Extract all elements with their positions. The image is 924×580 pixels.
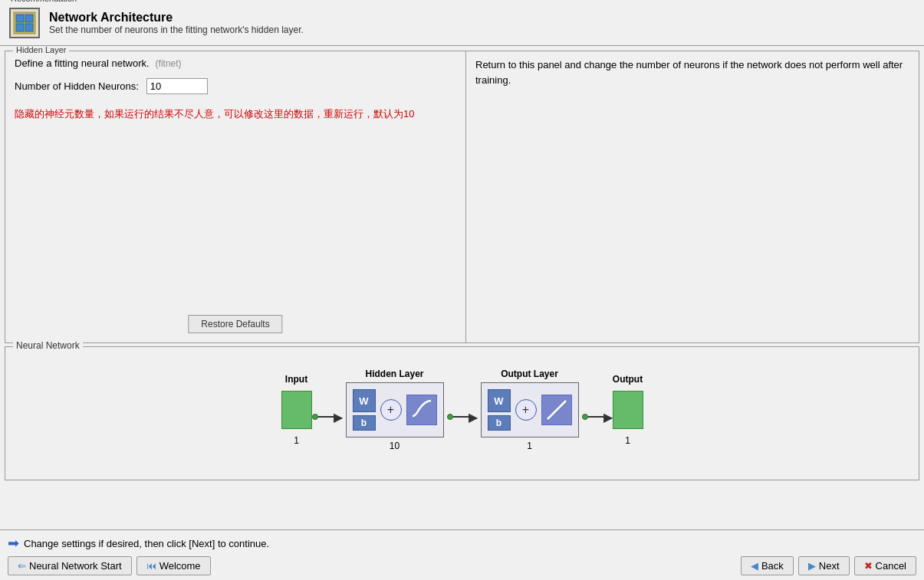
back-label: Back — [761, 560, 784, 572]
header: Network Architecture Set the number of n… — [0, 0, 924, 46]
welcome-icon: ⏮ — [146, 560, 156, 572]
hidden-plus: + — [380, 399, 402, 421]
output-layer-group: Output Layer W b + 1 — [478, 369, 582, 451]
input-group: Input 1 — [281, 374, 312, 446]
button-row: ⇐ Neural Network Start ⏮ Welcome ◀ Back … — [8, 556, 916, 575]
back-button[interactable]: ◀ Back — [741, 556, 794, 575]
neural-network-section: Neural Network Input 1 ▶ Hidden Layer — [5, 346, 919, 480]
svg-rect-4 — [25, 24, 33, 31]
line-3 — [588, 416, 603, 418]
neural-network-start-button[interactable]: ⇐ Neural Network Start — [8, 556, 132, 575]
hint-text: Change settings if desired, then click [… — [24, 538, 269, 549]
output-num: 1 — [625, 435, 630, 446]
arrow-3: ▶ — [603, 410, 613, 424]
output-group: Output 1 — [613, 374, 643, 446]
welcome-button[interactable]: ⏮ Welcome — [136, 556, 211, 575]
output-plus: + — [515, 399, 537, 421]
arrow-2: ▶ — [469, 410, 478, 424]
page-subtitle: Set the number of neurons in the fitting… — [49, 25, 304, 35]
nn-diagram: Input 1 ▶ Hidden Layer W b — [15, 353, 909, 459]
input-block — [281, 391, 312, 429]
chinese-note: 隐藏的神经元数量，如果运行的结果不尽人意，可以修改这里的数据，重新运行，默认为1… — [15, 106, 456, 122]
neural-network-title: Neural Network — [13, 340, 83, 351]
hint-row: ➡ Change settings if desired, then click… — [8, 535, 916, 552]
cancel-icon: ✖ — [864, 560, 873, 572]
output-layer-box: W b + — [481, 382, 579, 437]
define-label: Define a fitting neural network. — [15, 57, 150, 69]
top-panels: Hidden Layer Define a fitting neural net… — [5, 51, 919, 343]
output-wb-stack: W b — [488, 389, 511, 431]
input-num: 1 — [294, 435, 299, 446]
svg-rect-1 — [16, 15, 24, 22]
dot-2 — [447, 414, 453, 420]
svg-rect-2 — [25, 15, 33, 22]
svg-rect-3 — [16, 24, 24, 31]
hidden-num: 10 — [390, 441, 400, 451]
welcome-label: Welcome — [159, 560, 201, 572]
output-label: Output — [613, 374, 643, 385]
define-tag: (fitnet) — [156, 58, 182, 69]
output-layer-label: Output Layer — [501, 369, 558, 379]
connector-3: ▶ — [582, 410, 613, 424]
hidden-sigmoid — [406, 395, 437, 425]
hidden-w-block: W — [353, 389, 376, 412]
page-title: Network Architecture — [49, 11, 304, 25]
main-content: Hidden Layer Define a fitting neural net… — [0, 46, 924, 529]
input-label: Input — [285, 374, 307, 385]
bottom-bar: ➡ Change settings if desired, then click… — [0, 529, 924, 580]
header-text: Network Architecture Set the number of n… — [49, 11, 304, 35]
line-1 — [318, 416, 334, 418]
hidden-wb-stack: W b — [353, 389, 376, 431]
output-linear — [541, 395, 572, 425]
next-button[interactable]: ▶ Next — [798, 556, 850, 575]
output-w-block: W — [488, 389, 511, 412]
hidden-layer-group: Hidden Layer W b + 10 — [343, 369, 447, 451]
back-icon: ◀ — [751, 560, 758, 572]
neuron-row: Number of Hidden Neurons: — [15, 78, 456, 94]
dot-3 — [582, 414, 588, 420]
output-layer-num: 1 — [527, 441, 532, 451]
next-label: Next — [819, 560, 840, 572]
cancel-button[interactable]: ✖ Cancel — [854, 556, 916, 575]
header-icon — [9, 8, 40, 38]
output-b-block: b — [488, 415, 511, 431]
recommendation-text: Return to this panel and change the numb… — [475, 57, 909, 87]
svg-line-5 — [547, 401, 566, 419]
neuron-label: Number of Hidden Neurons: — [15, 80, 139, 92]
restore-defaults-button[interactable]: Restore Defaults — [188, 315, 282, 333]
arrow-1: ▶ — [334, 410, 343, 424]
next-icon: ▶ — [808, 560, 816, 572]
hidden-layer-panel: Hidden Layer Define a fitting neural net… — [5, 51, 466, 342]
connector-1: ▶ — [312, 410, 343, 424]
hint-arrow-icon: ➡ — [8, 535, 19, 552]
output-block — [613, 391, 643, 429]
hidden-neurons-input[interactable] — [146, 78, 208, 94]
hidden-layer-label: Hidden Layer — [365, 369, 423, 379]
recommendation-panel: Recommendation Return to this panel and … — [466, 51, 919, 342]
nn-start-label: Neural Network Start — [29, 560, 122, 572]
hidden-layer-title: Hidden Layer — [13, 46, 69, 54]
nn-start-arrow-icon: ⇐ — [18, 560, 26, 572]
connector-2: ▶ — [447, 410, 478, 424]
cancel-label: Cancel — [876, 560, 906, 572]
hidden-layer-box: W b + — [346, 382, 444, 437]
hidden-b-block: b — [353, 415, 376, 431]
line-2 — [453, 416, 469, 418]
dot-1 — [312, 414, 318, 420]
define-row: Define a fitting neural network. (fitnet… — [15, 57, 456, 69]
